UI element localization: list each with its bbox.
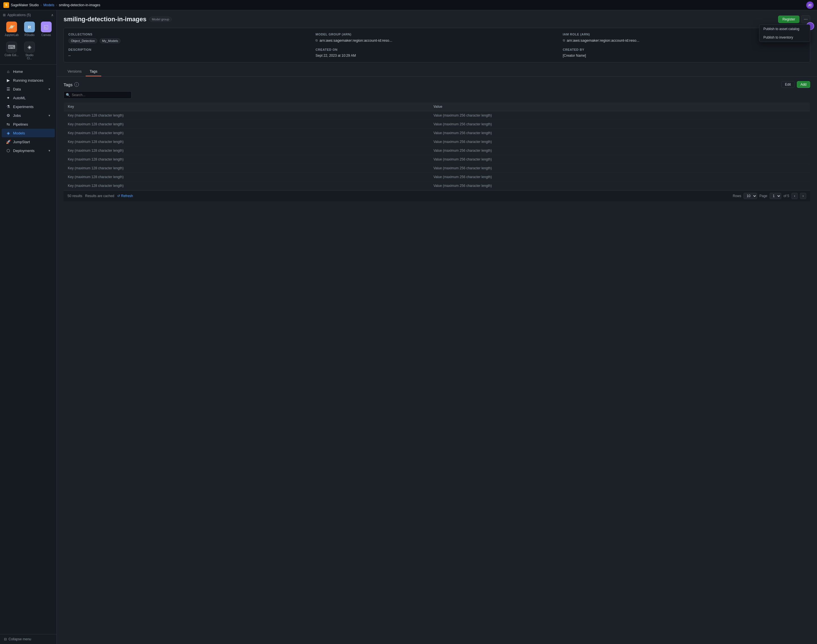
tab-versions[interactable]: Versions xyxy=(63,67,86,76)
sidebar-item-label-automl: AutoML xyxy=(13,96,26,100)
dropdown-menu: Publish to asset catalog Publish to inve… xyxy=(759,25,810,42)
deployments-icon: ⬡ xyxy=(6,148,11,153)
table-cell: Value (maximum 256 character length) xyxy=(430,146,810,155)
table-cell: Value (maximum 256 character length) xyxy=(430,181,810,190)
sidebar-item-label-jumpstart: JumpStart xyxy=(13,140,30,144)
collections-block: Collections Object_Detection My_Models xyxy=(68,32,311,43)
table-cell: Key (maximum 128 character length) xyxy=(64,146,430,155)
app-label-rstudio: RStudio xyxy=(25,34,35,37)
table-header-key: Key xyxy=(64,103,430,111)
app-label-code-editor: Code Edi... xyxy=(5,54,18,57)
table-cell: Value (maximum 256 character length) xyxy=(430,164,810,173)
sidebar-item-jumpstart[interactable]: 🚀 JumpStart xyxy=(2,138,55,146)
app-item-studio-classic[interactable]: ◈ Studio Cl... xyxy=(22,40,37,61)
app-item-rstudio[interactable]: R RStudio xyxy=(22,20,37,38)
apps-grid: 🪐 JupyterLab R RStudio ◱ Canvas ⌨ Code E… xyxy=(3,20,54,61)
results-count: 50 results xyxy=(68,194,82,198)
collapse-icon: ⊟ xyxy=(4,637,7,641)
add-button[interactable]: Add xyxy=(797,81,810,88)
breadcrumb: › Models › smiling-detection-in-images xyxy=(41,3,100,7)
apps-header-label: Applications (5) xyxy=(8,13,31,17)
sagemaker-logo-icon: S xyxy=(3,2,9,8)
tag-my-models: My_Models xyxy=(100,38,121,43)
page-title-area: smiling-detection-in-images Model group xyxy=(63,15,172,23)
sidebar-item-pipelines[interactable]: ⇆ Pipelines xyxy=(2,120,55,129)
collections-label: Collections xyxy=(68,32,311,36)
app-item-code-editor[interactable]: ⌨ Code Edi... xyxy=(3,40,20,61)
table-row: Key (maximum 128 character length)Value … xyxy=(64,146,810,155)
dropdown-item-publish-catalog[interactable]: Publish to asset catalog xyxy=(759,25,810,33)
sidebar-apps-header: ⊞ Applications (5) ∧ xyxy=(3,13,54,17)
sidebar-item-jobs[interactable]: ⚙ Jobs ▼ xyxy=(2,111,55,120)
app-label-canvas: Canvas xyxy=(41,34,51,37)
collapse-menu-button[interactable]: ⊟ Collapse menu xyxy=(4,637,52,641)
app-item-canvas[interactable]: ◱ Canvas xyxy=(38,20,54,38)
page-of-label: of 5 xyxy=(783,194,789,198)
table-cell: Key (maximum 128 character length) xyxy=(64,181,430,190)
model-group-arn-value: ⧉ arn:aws:sagemaker:region:account-id:re… xyxy=(315,38,558,43)
collapse-apps-icon[interactable]: ∧ xyxy=(51,13,54,17)
data-icon: ☰ xyxy=(6,87,11,91)
tab-tags[interactable]: Tags xyxy=(86,67,101,76)
sidebar-footer: ⊟ Collapse menu xyxy=(0,634,57,644)
table-cell: Key (maximum 128 character length) xyxy=(64,138,430,146)
info-section: Collections Object_Detection My_Models M… xyxy=(63,28,810,62)
register-button[interactable]: Register xyxy=(778,15,799,23)
sidebar-item-running-instances[interactable]: ▶ Tags Running instances xyxy=(2,76,55,84)
arn-copy-icon[interactable]: ⧉ xyxy=(315,38,318,42)
model-group-arn-text: arn:aws:sagemaker:region:account-id:reso… xyxy=(319,38,392,43)
rstudio-icon: R xyxy=(24,21,35,32)
tags-info-icon[interactable]: i xyxy=(74,82,79,87)
sidebar-item-label-running-instances: Running instances xyxy=(13,78,43,83)
edit-button[interactable]: Edit xyxy=(781,81,795,88)
rows-per-page-select[interactable]: 10 25 50 xyxy=(743,193,757,199)
table-cell: Value (maximum 256 character length) xyxy=(430,173,810,181)
table-row: Key (maximum 128 character length)Value … xyxy=(64,181,810,190)
table-cell: Value (maximum 256 character length) xyxy=(430,155,810,164)
sidebar-item-deployments[interactable]: ⬡ Deployments ▼ xyxy=(2,146,55,155)
breadcrumb-models[interactable]: Models xyxy=(43,3,54,7)
iam-copy-icon[interactable]: ⧉ xyxy=(563,38,565,42)
table-cell: Key (maximum 128 character length) xyxy=(64,120,430,129)
main-content: smiling-detection-in-images Model group … xyxy=(57,10,817,644)
tags-actions: Edit Add xyxy=(781,81,810,88)
table-row: Key (maximum 128 character length)Value … xyxy=(64,138,810,146)
next-page-button[interactable]: › xyxy=(800,193,806,199)
app-item-jupyterlab[interactable]: 🪐 JupyterLab xyxy=(3,20,20,38)
code-editor-icon: ⌨ xyxy=(6,42,17,52)
dropdown-item-publish-inventory[interactable]: Publish to inventory xyxy=(759,33,810,42)
model-group-arn-label: Model group (ARN) xyxy=(315,32,558,36)
sidebar-item-data[interactable]: ☰ Data ▼ xyxy=(2,85,55,93)
sidebar-item-label-jobs: Jobs xyxy=(13,113,21,118)
automl-icon: ✦ xyxy=(6,95,11,100)
refresh-button[interactable]: ↺ Refresh xyxy=(117,194,133,198)
table-cell: Key (maximum 128 character length) xyxy=(64,111,430,120)
collections-tags: Object_Detection My_Models xyxy=(68,38,311,43)
table-cell: Key (maximum 128 character length) xyxy=(64,129,430,138)
topbar-app-name: SageMaker Studio xyxy=(11,3,39,7)
model-group-badge: Model group xyxy=(149,17,172,22)
sidebar-item-automl[interactable]: ✦ AutoML xyxy=(2,94,55,102)
table-header-value: Value xyxy=(430,103,810,111)
page-select[interactable]: 1 2 3 4 5 xyxy=(769,193,781,199)
sidebar-item-home[interactable]: ⌂ Home xyxy=(2,67,55,76)
rows-label: Rows xyxy=(733,194,741,198)
description-value: -- xyxy=(68,54,311,58)
sidebar-item-models[interactable]: ◈ Models xyxy=(2,129,55,137)
search-input[interactable] xyxy=(63,91,132,99)
sidebar-item-experiments[interactable]: ⚗ Experiments xyxy=(2,103,55,111)
experiments-icon: ⚗ xyxy=(6,104,11,109)
grid-icon: ⊞ xyxy=(3,13,6,17)
table-row: Key (maximum 128 character length)Value … xyxy=(64,155,810,164)
canvas-icon: ◱ xyxy=(41,21,52,32)
tags-section: Tags i Edit Add 🔍 Key Value xyxy=(57,77,817,206)
prev-page-button[interactable]: ‹ xyxy=(791,193,798,199)
user-avatar[interactable]: JC xyxy=(806,2,814,9)
running-icon: ▶ xyxy=(6,78,11,83)
search-input-wrapper: 🔍 xyxy=(63,91,132,99)
sidebar-item-label-data: Data xyxy=(13,87,21,91)
page-header: smiling-detection-in-images Model group … xyxy=(57,10,817,23)
app-label-studio-classic: Studio Cl... xyxy=(23,54,35,60)
iam-role-arn-text: arn:aws:sagemaker:region:account-id:reso… xyxy=(567,38,640,43)
tabs-bar: Versions Tags xyxy=(57,67,817,77)
